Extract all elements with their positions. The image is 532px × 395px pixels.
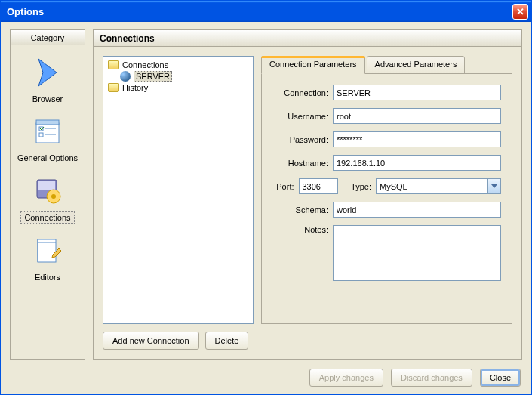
delete-button[interactable]: Delete	[205, 332, 249, 350]
password-label: Password:	[272, 135, 328, 144]
type-select[interactable]	[376, 178, 501, 194]
tree-connections[interactable]: Connections	[106, 60, 250, 70]
content-title: Connections	[94, 30, 521, 47]
browser-icon	[29, 54, 66, 91]
tree-button-row: Add new Connection Delete	[103, 332, 512, 350]
close-button[interactable]: Close	[480, 369, 521, 387]
schema-label: Schema:	[272, 205, 328, 214]
svg-rect-1	[36, 120, 59, 125]
hostname-field[interactable]	[333, 155, 501, 171]
hostname-label: Hostname:	[272, 159, 328, 168]
connections-icon	[29, 172, 66, 208]
type-value[interactable]	[376, 178, 487, 194]
window-title: Options	[7, 6, 512, 17]
apply-changes-button[interactable]: Apply changes	[309, 369, 383, 387]
tree-server[interactable]: SERVER	[118, 70, 250, 82]
options-window: Options ✕ Category Browser	[0, 0, 532, 395]
add-connection-button[interactable]: Add new Connection	[103, 332, 199, 350]
port-label: Port:	[272, 182, 294, 191]
tab-content: Connection: Username: Password:	[261, 73, 512, 324]
tabs-panel: Connection Parameters Advanced Parameter…	[261, 56, 512, 324]
window-body: Category Browser	[1, 22, 531, 394]
tree-history[interactable]: History	[106, 82, 250, 93]
chevron-down-icon[interactable]	[487, 178, 501, 194]
category-header: Category	[11, 30, 85, 45]
connections-tree[interactable]: Connections SERVER History	[103, 56, 254, 324]
category-list: Browser	[11, 45, 85, 359]
password-field[interactable]	[333, 131, 501, 147]
port-field[interactable]	[299, 178, 338, 194]
category-label: Connections	[20, 211, 74, 224]
server-icon	[120, 71, 131, 82]
schema-field[interactable]	[333, 202, 501, 218]
content-middle: Connections SERVER History	[103, 56, 512, 324]
close-icon[interactable]: ✕	[512, 4, 528, 20]
category-editors[interactable]: Editors	[26, 230, 69, 285]
category-sidebar: Category Browser	[10, 29, 85, 360]
discard-changes-button[interactable]: Discard changes	[391, 369, 472, 387]
titlebar: Options ✕	[1, 1, 531, 22]
tree-label: History	[122, 83, 148, 92]
svg-point-9	[51, 194, 56, 199]
category-general-options[interactable]: General Options	[11, 110, 84, 166]
tab-advanced-parameters[interactable]: Advanced Parameters	[367, 56, 466, 74]
content-panel: Connections Connections SERVER	[93, 29, 522, 360]
footer-buttons: Apply changes Discard changes Close	[10, 366, 522, 387]
options-icon	[29, 113, 66, 150]
username-field[interactable]	[333, 108, 501, 124]
tree-label: SERVER	[134, 71, 172, 82]
content-body: Connections SERVER History	[94, 47, 521, 359]
folder-icon	[108, 60, 119, 69]
connection-label: Connection:	[272, 88, 328, 97]
username-label: Username:	[272, 112, 328, 121]
upper-area: Category Browser	[10, 29, 522, 360]
notes-label: Notes:	[272, 225, 328, 234]
editors-icon	[29, 233, 66, 269]
tab-row: Connection Parameters Advanced Parameter…	[261, 56, 512, 74]
folder-icon	[108, 83, 119, 92]
category-label: Editors	[32, 272, 63, 282]
type-label: Type:	[350, 182, 372, 191]
tab-connection-parameters[interactable]: Connection Parameters	[261, 56, 365, 74]
category-label: Browser	[29, 94, 66, 104]
category-connections[interactable]: Connections	[17, 169, 77, 227]
tree-label: Connections	[122, 60, 168, 69]
category-browser[interactable]: Browser	[26, 51, 69, 107]
category-label: General Options	[14, 153, 81, 163]
svg-rect-7	[38, 181, 55, 190]
notes-field[interactable]	[333, 225, 501, 281]
connection-field[interactable]	[333, 85, 501, 100]
